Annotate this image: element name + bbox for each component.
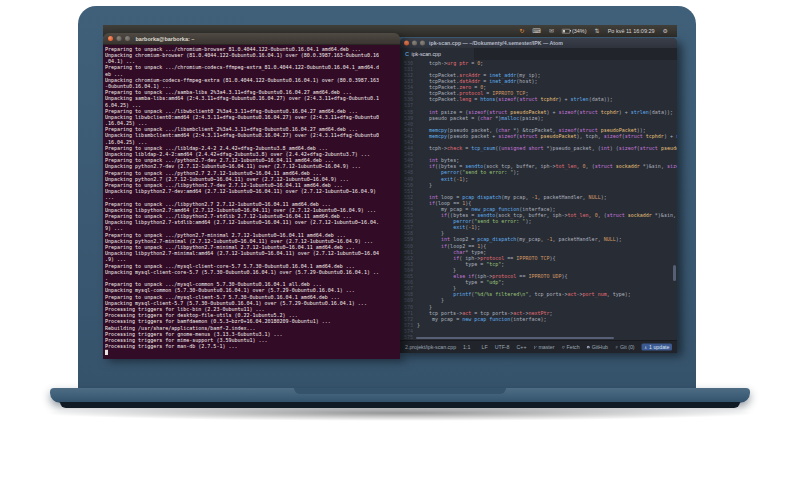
editor-minimize-button[interactable] [412,41,417,46]
editor-titlebar[interactable]: ipk-scan.cpp — ~/Dokumenty/4.semester/IP… [400,38,677,48]
branch-icon [533,345,537,349]
status-item-label: Git (0) [620,344,635,350]
tab-ipk-scan[interactable]: C ipk-scan.cpp [400,48,475,60]
code-editor-area[interactable]: 530 tcph->urg_ptr = 0;531532 tcpPacket.s… [400,60,677,340]
status-item-master[interactable]: master [533,344,554,350]
terminal-line: Unpacking python2.7-dev (2.7.12-1ubuntu0… [105,164,400,170]
code-line: printf("%d/%s filtered\n", tcp_ports->ac… [417,292,631,298]
github-icon [587,345,591,349]
terminal-line: Unpacking libpython2.7-dev:amd64 (2.7.12… [105,188,400,194]
update-icon [644,345,648,349]
laptop-hinge-notch [294,388,506,394]
c-file-icon: C [405,51,409,57]
editor-maximize-button[interactable] [420,41,425,46]
terminal-minimize-button[interactable] [117,36,122,41]
clock-label: Po kvě 11 16:09:29 [608,28,655,34]
editor-window-title: ipk-scan.cpp — ~/Dokumenty/4.semester/IP… [429,40,563,46]
status-cursor-position[interactable]: 1:1 [463,344,470,350]
tab-label: ipk-scan.cpp [411,51,440,57]
messaging-menu-icon[interactable]: ✉ [549,28,554,34]
messaging-menu-icon: ✉ [549,28,554,34]
terminal-cursor [105,350,108,356]
terminal-line: Unpacking mysql-client-core-5.7 (5.7.30-… [105,269,400,275]
terminal-line: Unpacking libpython2.7-minimal:amd64 (2.… [105,250,400,256]
code-row: 544 tcph->check = tcp_csum((unsigned sho… [400,145,677,151]
terminal-line: Unpacking libpython2.7-stdlib:amd64 (2.7… [105,219,400,225]
status-item-c-[interactable]: C++ [517,344,527,350]
code-line: tcph->check = tcp_csum((unsigned short *… [417,145,677,151]
status-item-lf[interactable]: LF [482,344,488,350]
laptop-mockup: ↻⌨✉(34%)⇅Po kvě 11 16:09:29⚙ barborka@ba… [0,0,800,477]
status-item-git-0-[interactable]: Git (0) [615,344,635,350]
terminal-line: Unpacking python2.7-minimal (2.7.12-1ubu… [105,238,400,244]
terminal-titlebar[interactable]: barborka@barborka: ~ [103,33,400,45]
diff-icon [615,345,619,349]
session-gear-icon: ⚙ [663,28,668,34]
code-line: tcph->urg_ptr = 0; [417,60,483,66]
battery-indicator[interactable]: (34%) [562,28,587,34]
terminal-close-button[interactable] [108,36,113,41]
status-item-label: UTF-8 [495,344,510,350]
status-item-label: 1 update [649,344,669,350]
editor-window: ipk-scan.cpp — ~/Dokumenty/4.semester/IP… [400,38,677,352]
software-update-icon: ↻ [519,28,524,34]
software-update-icon[interactable]: ↻ [519,28,524,34]
terminal-line: Preparing to unpack .../chromium-codecs-… [105,65,400,71]
status-item-label: LF [482,344,488,350]
code-line: } [417,322,420,328]
status-item-label: C++ [517,344,527,350]
terminal-line: Unpacking libwbclient0:amd64 (2:4.3.11+d… [105,114,400,120]
status-item-label: GitHub [592,344,608,350]
code-row: 542 memcpy(pseudo_packet + sizeof(struct… [400,133,677,139]
status-item-utf-8[interactable]: UTF-8 [495,344,510,350]
network-indicator-icon[interactable]: ⇅ [595,28,600,34]
status-item-github[interactable]: GitHub [587,344,608,350]
code-line: memcpy(pseudo_packet + sizeof(struct pse… [417,133,677,139]
code-line: } [417,182,432,188]
status-item-label: master [538,344,554,350]
battery-percentage: (34%) [572,28,587,34]
terminal-maximize-button[interactable] [125,36,130,41]
editor-close-button[interactable] [404,41,409,46]
terminal-line: Unpacking chromium-browser (81.0.4044.12… [105,52,400,58]
terminal-window: barborka@barborka: ~ Preparing to unpack… [103,33,400,357]
laptop-base [50,388,750,403]
terminal-line [105,350,400,356]
editor-horizontal-scrollbar[interactable] [416,337,614,339]
terminal-output-area[interactable]: Preparing to unpack .../chromium-browser… [103,45,400,359]
clock-indicator[interactable]: Po kvě 11 16:09:29 [608,28,655,34]
terminal-line: Unpacking libsmbclient:amd64 (2:4.3.11+d… [105,133,400,139]
sync-icon [562,345,566,349]
status-item-fetch[interactable]: Fetch [562,344,580,350]
line-number: 575 [400,334,417,340]
status-file-path[interactable]: 2.projekt/ipk-scan.cpp [405,344,456,350]
terminal-line: Unpacking samba-libs:amd64 (2:4.3.11+dfs… [105,96,400,102]
laptop-base-edge [60,402,740,408]
keyboard-indicator-icon: ⌨ [532,28,541,34]
keyboard-indicator-icon[interactable]: ⌨ [532,28,541,34]
editor-tab-bar: C ipk-scan.cpp [400,48,677,60]
code-line: my_pcap = new_pcap_funcion(interface); [417,316,546,322]
code-line: tcpPacket.leng = htons(sizeof(struct tcp… [417,97,613,103]
status-right-items: LFUTF-8C++masterFetchGitHubGit (0)1 upda… [482,344,672,351]
editor-vertical-scrollbar[interactable] [673,265,676,281]
status-item-1-update[interactable]: 1 update [642,344,672,351]
terminal-line: Unpacking libpython2.7:amd64 (2.7.12-1ub… [105,207,400,213]
code-line: pseudo_packet = (char *)malloc(psize); [417,115,543,121]
status-item-label: Fetch [567,344,580,350]
session-gear-icon[interactable]: ⚙ [663,28,668,34]
network-indicator-icon: ⇅ [595,28,600,34]
terminal-window-title: barborka@barborka: ~ [136,36,195,42]
battery-icon [562,29,570,34]
editor-status-bar: 2.projekt/ipk-scan.cpp 1:1 LFUTF-8C++mas… [400,340,677,353]
